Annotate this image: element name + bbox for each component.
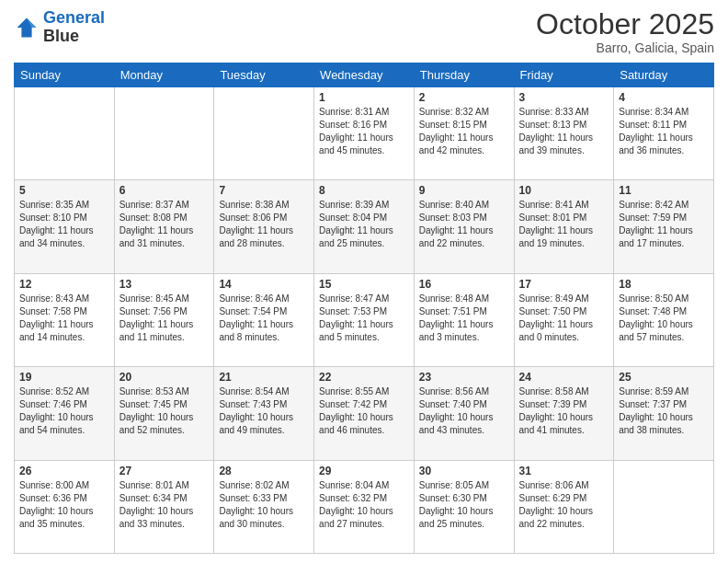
day-number: 10 bbox=[519, 184, 609, 197]
day-number: 28 bbox=[219, 465, 309, 477]
cell-details: Sunrise: 8:40 AM Sunset: 8:03 PM Dayligh… bbox=[419, 199, 509, 250]
calendar-week-row: 5Sunrise: 8:35 AM Sunset: 8:10 PM Daylig… bbox=[15, 180, 714, 273]
table-row bbox=[614, 460, 714, 553]
cell-details: Sunrise: 8:54 AM Sunset: 7:43 PM Dayligh… bbox=[219, 385, 309, 437]
calendar-week-row: 12Sunrise: 8:43 AM Sunset: 7:58 PM Dayli… bbox=[15, 273, 714, 366]
cell-details: Sunrise: 8:01 AM Sunset: 6:34 PM Dayligh… bbox=[119, 479, 210, 531]
table-row: 9Sunrise: 8:40 AM Sunset: 8:03 PM Daylig… bbox=[414, 180, 514, 273]
logo-icon bbox=[14, 15, 40, 40]
cell-details: Sunrise: 8:41 AM Sunset: 8:01 PM Dayligh… bbox=[519, 199, 609, 250]
day-number: 21 bbox=[219, 371, 309, 384]
day-number: 30 bbox=[419, 465, 509, 477]
cell-details: Sunrise: 8:45 AM Sunset: 7:56 PM Dayligh… bbox=[119, 293, 210, 344]
table-row: 7Sunrise: 8:38 AM Sunset: 8:06 PM Daylig… bbox=[214, 180, 314, 273]
table-row: 31Sunrise: 8:06 AM Sunset: 6:29 PM Dayli… bbox=[514, 460, 614, 553]
logo-text: General Blue bbox=[43, 9, 105, 46]
table-row: 10Sunrise: 8:41 AM Sunset: 8:01 PM Dayli… bbox=[514, 180, 614, 273]
table-row: 15Sunrise: 8:47 AM Sunset: 7:53 PM Dayli… bbox=[314, 273, 415, 366]
day-number: 19 bbox=[19, 371, 109, 384]
cell-details: Sunrise: 8:56 AM Sunset: 7:40 PM Dayligh… bbox=[419, 385, 509, 437]
cell-details: Sunrise: 8:47 AM Sunset: 7:53 PM Dayligh… bbox=[319, 293, 409, 344]
cell-details: Sunrise: 8:32 AM Sunset: 8:15 PM Dayligh… bbox=[419, 106, 509, 157]
header-thursday: Thursday bbox=[414, 63, 514, 87]
calendar: Sunday Monday Tuesday Wednesday Thursday… bbox=[14, 63, 714, 554]
table-row: 22Sunrise: 8:55 AM Sunset: 7:42 PM Dayli… bbox=[314, 367, 415, 460]
table-row: 18Sunrise: 8:50 AM Sunset: 7:48 PM Dayli… bbox=[614, 273, 714, 366]
cell-details: Sunrise: 8:55 AM Sunset: 7:42 PM Dayligh… bbox=[319, 385, 409, 437]
cell-details: Sunrise: 8:34 AM Sunset: 8:11 PM Dayligh… bbox=[619, 106, 709, 157]
day-number: 12 bbox=[19, 278, 109, 291]
table-row: 3Sunrise: 8:33 AM Sunset: 8:13 PM Daylig… bbox=[514, 87, 614, 180]
header-wednesday: Wednesday bbox=[314, 63, 415, 87]
logo-line2: Blue bbox=[43, 28, 105, 46]
table-row: 26Sunrise: 8:00 AM Sunset: 6:36 PM Dayli… bbox=[15, 460, 115, 553]
day-number: 14 bbox=[219, 278, 309, 291]
table-row: 23Sunrise: 8:56 AM Sunset: 7:40 PM Dayli… bbox=[414, 367, 514, 460]
day-number: 1 bbox=[319, 91, 409, 104]
table-row: 14Sunrise: 8:46 AM Sunset: 7:54 PM Dayli… bbox=[214, 273, 314, 366]
day-number: 3 bbox=[519, 91, 609, 104]
calendar-week-row: 19Sunrise: 8:52 AM Sunset: 7:46 PM Dayli… bbox=[15, 367, 714, 460]
table-row bbox=[15, 87, 115, 180]
cell-details: Sunrise: 8:35 AM Sunset: 8:10 PM Dayligh… bbox=[19, 199, 109, 250]
table-row: 2Sunrise: 8:32 AM Sunset: 8:15 PM Daylig… bbox=[414, 87, 514, 180]
table-row: 28Sunrise: 8:02 AM Sunset: 6:33 PM Dayli… bbox=[214, 460, 314, 553]
table-row: 30Sunrise: 8:05 AM Sunset: 6:30 PM Dayli… bbox=[414, 460, 514, 553]
header-sunday: Sunday bbox=[15, 63, 115, 87]
cell-details: Sunrise: 8:48 AM Sunset: 7:51 PM Dayligh… bbox=[419, 293, 509, 344]
cell-details: Sunrise: 8:04 AM Sunset: 6:32 PM Dayligh… bbox=[319, 479, 409, 531]
cell-details: Sunrise: 8:42 AM Sunset: 7:59 PM Dayligh… bbox=[619, 199, 709, 250]
header-saturday: Saturday bbox=[614, 63, 714, 87]
cell-details: Sunrise: 8:39 AM Sunset: 8:04 PM Dayligh… bbox=[319, 199, 409, 250]
month-title: October 2025 bbox=[536, 9, 714, 39]
cell-details: Sunrise: 8:53 AM Sunset: 7:45 PM Dayligh… bbox=[119, 385, 210, 437]
cell-details: Sunrise: 8:52 AM Sunset: 7:46 PM Dayligh… bbox=[19, 385, 109, 437]
cell-details: Sunrise: 8:02 AM Sunset: 6:33 PM Dayligh… bbox=[219, 479, 309, 531]
logo-line1: General bbox=[43, 8, 105, 27]
cell-details: Sunrise: 8:00 AM Sunset: 6:36 PM Dayligh… bbox=[19, 479, 109, 531]
day-number: 8 bbox=[319, 184, 409, 197]
day-number: 13 bbox=[119, 278, 210, 291]
day-number: 23 bbox=[419, 371, 509, 384]
table-row: 13Sunrise: 8:45 AM Sunset: 7:56 PM Dayli… bbox=[114, 273, 214, 366]
table-row: 12Sunrise: 8:43 AM Sunset: 7:58 PM Dayli… bbox=[15, 273, 115, 366]
cell-details: Sunrise: 8:33 AM Sunset: 8:13 PM Dayligh… bbox=[519, 106, 609, 157]
table-row: 11Sunrise: 8:42 AM Sunset: 7:59 PM Dayli… bbox=[614, 180, 714, 273]
cell-details: Sunrise: 8:58 AM Sunset: 7:39 PM Dayligh… bbox=[519, 385, 609, 437]
table-row: 8Sunrise: 8:39 AM Sunset: 8:04 PM Daylig… bbox=[314, 180, 415, 273]
header-tuesday: Tuesday bbox=[214, 63, 314, 87]
day-number: 16 bbox=[419, 278, 509, 291]
header: General Blue October 2025 Barro, Galicia… bbox=[14, 9, 714, 55]
table-row: 6Sunrise: 8:37 AM Sunset: 8:08 PM Daylig… bbox=[114, 180, 214, 273]
table-row: 1Sunrise: 8:31 AM Sunset: 8:16 PM Daylig… bbox=[314, 87, 415, 180]
calendar-week-row: 26Sunrise: 8:00 AM Sunset: 6:36 PM Dayli… bbox=[15, 460, 714, 553]
day-number: 25 bbox=[619, 371, 709, 384]
day-number: 9 bbox=[419, 184, 509, 197]
cell-details: Sunrise: 8:31 AM Sunset: 8:16 PM Dayligh… bbox=[319, 106, 409, 157]
table-row: 20Sunrise: 8:53 AM Sunset: 7:45 PM Dayli… bbox=[114, 367, 214, 460]
table-row: 17Sunrise: 8:49 AM Sunset: 7:50 PM Dayli… bbox=[514, 273, 614, 366]
table-row: 27Sunrise: 8:01 AM Sunset: 6:34 PM Dayli… bbox=[114, 460, 214, 553]
location-subtitle: Barro, Galicia, Spain bbox=[536, 40, 714, 55]
table-row: 16Sunrise: 8:48 AM Sunset: 7:51 PM Dayli… bbox=[414, 273, 514, 366]
table-row: 19Sunrise: 8:52 AM Sunset: 7:46 PM Dayli… bbox=[15, 367, 115, 460]
day-number: 5 bbox=[19, 184, 109, 197]
header-friday: Friday bbox=[514, 63, 614, 87]
header-monday: Monday bbox=[114, 63, 214, 87]
cell-details: Sunrise: 8:49 AM Sunset: 7:50 PM Dayligh… bbox=[519, 293, 609, 344]
day-number: 15 bbox=[319, 278, 409, 291]
cell-details: Sunrise: 8:50 AM Sunset: 7:48 PM Dayligh… bbox=[619, 293, 709, 344]
logo: General Blue bbox=[14, 9, 105, 46]
day-number: 26 bbox=[19, 465, 109, 477]
title-block: October 2025 Barro, Galicia, Spain bbox=[536, 9, 714, 55]
day-number: 22 bbox=[319, 371, 409, 384]
day-number: 29 bbox=[319, 465, 409, 477]
day-number: 6 bbox=[119, 184, 210, 197]
table-row: 29Sunrise: 8:04 AM Sunset: 6:32 PM Dayli… bbox=[314, 460, 415, 553]
day-number: 7 bbox=[219, 184, 309, 197]
table-row: 21Sunrise: 8:54 AM Sunset: 7:43 PM Dayli… bbox=[214, 367, 314, 460]
cell-details: Sunrise: 8:06 AM Sunset: 6:29 PM Dayligh… bbox=[519, 479, 609, 531]
cell-details: Sunrise: 8:37 AM Sunset: 8:08 PM Dayligh… bbox=[119, 199, 210, 250]
day-number: 17 bbox=[519, 278, 609, 291]
table-row: 25Sunrise: 8:59 AM Sunset: 7:37 PM Dayli… bbox=[614, 367, 714, 460]
